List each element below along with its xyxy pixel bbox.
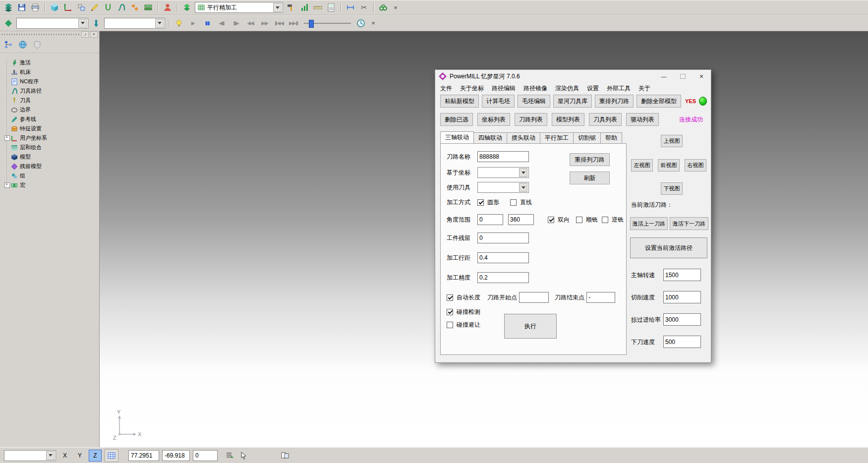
pause-icon[interactable]: ▮▮ <box>201 18 213 29</box>
view-top-button[interactable]: 上视图 <box>661 135 683 147</box>
tree-item-models[interactable]: 模型 <box>4 152 97 162</box>
statusbar-combobox[interactable] <box>4 450 56 461</box>
combobox-arrow[interactable] <box>519 168 527 177</box>
menu-file[interactable]: 文件 <box>436 83 456 94</box>
angle-from-input[interactable] <box>477 214 503 225</box>
expand-icon[interactable] <box>4 182 10 188</box>
menu-render-sim[interactable]: 渲染仿真 <box>551 83 583 94</box>
collision-check-checkbox[interactable] <box>447 309 453 315</box>
start-point-input[interactable] <box>519 292 549 303</box>
view-front-button[interactable]: 前视图 <box>658 159 680 172</box>
hierarchy-icon[interactable] <box>3 39 14 50</box>
tree-item-workplanes[interactable]: 用户坐标系 <box>4 133 97 143</box>
minimize-icon[interactable]: — <box>654 70 673 83</box>
tool-library-button[interactable]: 星河刀具库 <box>553 95 592 108</box>
block-icon[interactable] <box>49 2 60 13</box>
measure-icon[interactable] <box>345 2 356 13</box>
tab-parallel[interactable]: 平行加工 <box>540 132 574 143</box>
coord-y-field[interactable]: -69.918 <box>162 450 190 461</box>
calculator-icon[interactable] <box>326 2 337 13</box>
auto-length-checkbox[interactable] <box>447 294 453 301</box>
workplane-icon[interactable] <box>62 2 73 13</box>
tree-item-stock-models[interactable]: 残留模型 <box>4 162 97 171</box>
coord-list-button[interactable]: 坐标列表 <box>477 113 510 126</box>
tree-item-tools[interactable]: 刀具 <box>4 96 97 105</box>
panel-close-icon[interactable]: × <box>90 31 98 38</box>
points-icon[interactable] <box>129 2 140 13</box>
explorer-grip[interactable]: × <box>0 31 99 37</box>
combobox-arrow[interactable] <box>273 3 282 12</box>
line-checkbox[interactable] <box>510 199 517 206</box>
tab-help[interactable]: 帮助 <box>600 132 622 143</box>
rewind-icon[interactable]: ◀◀ <box>244 18 256 29</box>
use-tool-combobox[interactable] <box>477 182 529 193</box>
stock-remain-input[interactable] <box>477 232 529 243</box>
toolpath-diamond-icon[interactable] <box>3 18 14 29</box>
menu-path-edit[interactable]: 路径编辑 <box>488 83 520 94</box>
rearrange-toolpaths-button[interactable]: 重排列刀路 <box>595 95 634 108</box>
tree-item-activate[interactable]: 激活 <box>4 58 97 67</box>
list-options-icon[interactable] <box>225 450 235 461</box>
toolpath-list-button[interactable]: 刀路列表 <box>515 113 547 126</box>
tree-item-machine[interactable]: 机床 <box>4 67 97 77</box>
globe-icon[interactable] <box>17 39 28 50</box>
close-icon[interactable]: × <box>692 70 711 83</box>
pencil-icon[interactable] <box>89 2 100 13</box>
view-left-button[interactable]: 左视图 <box>631 159 653 172</box>
tool-select-icon[interactable] <box>91 18 102 29</box>
stepover-input[interactable] <box>477 252 529 263</box>
expand-icon[interactable] <box>4 135 10 141</box>
strategy-icon[interactable] <box>181 2 192 13</box>
cutting-feed-input[interactable] <box>663 291 701 303</box>
shield-icon[interactable] <box>32 39 43 50</box>
menu-path-mirror[interactable]: 路径镜像 <box>520 83 551 94</box>
tree-item-feature-sets[interactable]: 特征设置 <box>4 124 97 133</box>
pointer-icon[interactable] <box>238 450 249 461</box>
boundary-icon[interactable] <box>103 2 114 13</box>
bulb-icon[interactable] <box>174 18 184 29</box>
activate-prev-button[interactable]: 激活上一刀路 <box>630 217 668 230</box>
print-icon[interactable] <box>30 2 41 13</box>
user-icon[interactable] <box>162 2 173 13</box>
combobox-arrow[interactable] <box>519 183 527 192</box>
menu-coords[interactable]: 关于坐标 <box>456 83 488 94</box>
step-forward-icon[interactable]: ▮▶ <box>230 18 242 29</box>
panel-rearrange-button[interactable]: 重排列刀路 <box>570 153 610 166</box>
menu-settings[interactable]: 设置 <box>583 83 603 94</box>
clock-icon[interactable] <box>355 18 366 29</box>
tool-list-button[interactable]: 刀具列表 <box>589 113 622 126</box>
tab-tilt-head[interactable]: 摆头联动 <box>507 132 540 143</box>
stock-icon[interactable] <box>143 2 154 13</box>
ruler-icon[interactable] <box>312 2 323 13</box>
tolerance-input[interactable] <box>477 272 529 283</box>
bidirectional-checkbox[interactable] <box>548 217 554 223</box>
menu-about[interactable]: 关于 <box>635 83 654 94</box>
delete-selected-button[interactable]: 删除已选 <box>440 113 473 126</box>
combobox-arrow[interactable] <box>78 19 87 28</box>
tree-item-boundaries[interactable]: 边界 <box>4 105 97 115</box>
binoculars-icon[interactable] <box>378 2 389 13</box>
dialog-titlebar[interactable]: PowerMILL 忆梦星河 7.0.6 — × <box>435 70 711 83</box>
go-end-icon[interactable]: ▶▶▮ <box>288 18 299 29</box>
set-active-path-button[interactable]: 设置当前激活路径 <box>630 237 707 258</box>
drive-list-button[interactable]: 驱动列表 <box>626 113 659 126</box>
toolbar-close-icon[interactable]: × <box>369 19 378 28</box>
view-bottom-button[interactable]: 下视图 <box>661 182 683 195</box>
tool-combobox[interactable] <box>104 18 165 29</box>
compute-block-button[interactable]: 计算毛坯 <box>482 95 515 108</box>
toolbar-close-icon[interactable]: × <box>391 3 400 12</box>
tab-3axis[interactable]: 三轴联动 <box>440 131 474 143</box>
toolpath-name-input[interactable] <box>477 151 529 162</box>
execute-button[interactable]: 执行 <box>504 314 557 339</box>
drag-handle[interactable] <box>1 34 80 35</box>
chart-icon[interactable] <box>299 2 310 13</box>
climb-checkbox[interactable] <box>576 217 582 223</box>
axis-y-button[interactable]: Y <box>74 450 86 461</box>
fast-forward-icon[interactable]: ▶▶ <box>259 18 271 29</box>
animation-speed-slider[interactable] <box>304 19 351 28</box>
go-start-icon[interactable]: ▮◀◀ <box>273 18 285 29</box>
tree-item-macros[interactable]: 宏 <box>4 180 97 190</box>
circle-checkbox[interactable] <box>477 199 484 206</box>
tab-4axis[interactable]: 四轴联动 <box>473 132 507 143</box>
spindle-speed-input[interactable] <box>663 269 701 281</box>
